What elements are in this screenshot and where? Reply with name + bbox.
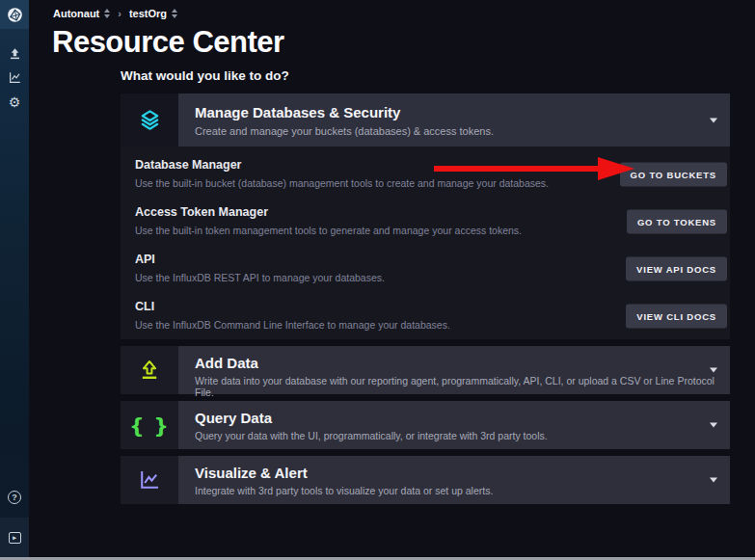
page-subtitle: What would you like to do? — [121, 68, 730, 84]
row-api: API Use the InfluxDB REST API to manage … — [121, 245, 730, 292]
panel-header-text: Query Data Query your data with the UI, … — [178, 401, 730, 449]
panel-description: Integrate with 3rd party tools to visual… — [195, 485, 715, 496]
sidebar-item-help[interactable]: ? — [0, 491, 29, 504]
breadcrumb-org-dropdown[interactable]: Autonaut — [53, 8, 110, 19]
annotation-arrow-shaft — [434, 166, 600, 172]
panel-description: Write data into your database with our r… — [195, 375, 715, 398]
help-icon: ? — [8, 491, 21, 504]
upload-icon — [138, 359, 161, 382]
panel-icon-cell — [121, 346, 178, 394]
breadcrumb-project-label: testOrg — [129, 8, 167, 19]
upload-icon — [8, 46, 22, 61]
layers-icon — [138, 109, 162, 132]
panel-title: Manage Databases & Security — [195, 104, 715, 120]
feedback-icon: ▸ — [9, 532, 21, 544]
gear-icon: ⚙ — [9, 95, 21, 109]
row-database-manager: Database Manager Use the built-in bucket… — [121, 150, 730, 198]
line-chart-icon — [8, 70, 22, 85]
panel-header-text: Add Data Write data into your database w… — [178, 346, 730, 394]
sidebar-item-settings[interactable]: ⚙ — [0, 90, 29, 114]
caret-sort-icon — [104, 9, 110, 18]
chevron-down-icon[interactable] — [710, 368, 717, 373]
sidebar-nav: ⚙ — [0, 41, 29, 114]
influxdb-logo[interactable] — [0, 0, 29, 29]
resource-center-content: What would you like to do? Manage Databa… — [121, 68, 730, 504]
chevron-down-icon[interactable] — [710, 478, 717, 483]
row-access-token-manager: Access Token Manager Use the built-in to… — [121, 198, 730, 245]
panel-title: Add Data — [195, 355, 715, 371]
breadcrumb-project-dropdown[interactable]: testOrg — [129, 8, 177, 19]
panel-title: Visualize & Alert — [195, 465, 715, 481]
breadcrumb-separator: › — [118, 8, 121, 19]
panel-description: Query your data with the UI, programmati… — [195, 430, 715, 441]
go-to-tokens-button[interactable]: GO TO TOKENS — [627, 209, 727, 233]
panel-manage-databases-header[interactable]: Manage Databases & Security Create and m… — [121, 93, 730, 147]
panel-manage-databases: Manage Databases & Security Create and m… — [121, 93, 730, 339]
panel-header-text: Visualize & Alert Integrate with 3rd par… — [178, 456, 730, 504]
sidebar-item-load-data[interactable] — [0, 41, 29, 66]
view-cli-docs-button[interactable]: VIEW CLI DOCS — [626, 304, 727, 328]
go-to-buckets-button[interactable]: GO TO BUCKETS — [620, 162, 727, 186]
breadcrumb: Autonaut › testOrg — [53, 8, 177, 19]
panel-title: Query Data — [195, 410, 715, 426]
chevron-down-icon[interactable] — [710, 423, 717, 428]
sidebar-item-graphs[interactable] — [0, 66, 29, 90]
panel-query-data[interactable]: { } Query Data Query your data with the … — [121, 401, 730, 449]
breadcrumb-org-label: Autonaut — [53, 8, 99, 19]
row-cli: CLI Use the InfluxDB Command Line Interf… — [121, 292, 730, 339]
caret-sort-icon — [172, 9, 177, 18]
sidebar-item-feedback[interactable]: ▸ — [0, 518, 29, 557]
panel-visualize-alert[interactable]: Visualize & Alert Integrate with 3rd par… — [121, 456, 730, 504]
panel-header-text: Manage Databases & Security Create and m… — [178, 93, 730, 147]
line-chart-icon — [138, 468, 161, 492]
panel-icon-cell — [121, 456, 178, 504]
panel-icon-cell: { } — [121, 401, 178, 449]
panel-add-data[interactable]: Add Data Write data into your database w… — [121, 346, 730, 394]
panel-icon-cell — [121, 93, 178, 147]
braces-icon: { } — [129, 413, 170, 438]
sidebar: ⚙ ? ▸ — [0, 0, 29, 557]
annotation-arrow-head — [598, 157, 634, 180]
view-api-docs-button[interactable]: VIEW API DOCS — [626, 256, 727, 280]
chevron-down-icon[interactable] — [710, 118, 717, 122]
panel-description: Create and manage your buckets (database… — [195, 125, 715, 137]
influxdb-logo-icon — [7, 7, 23, 23]
page-title: Resource Center — [52, 25, 284, 60]
panel-manage-databases-body: Database Manager Use the built-in bucket… — [121, 147, 730, 339]
